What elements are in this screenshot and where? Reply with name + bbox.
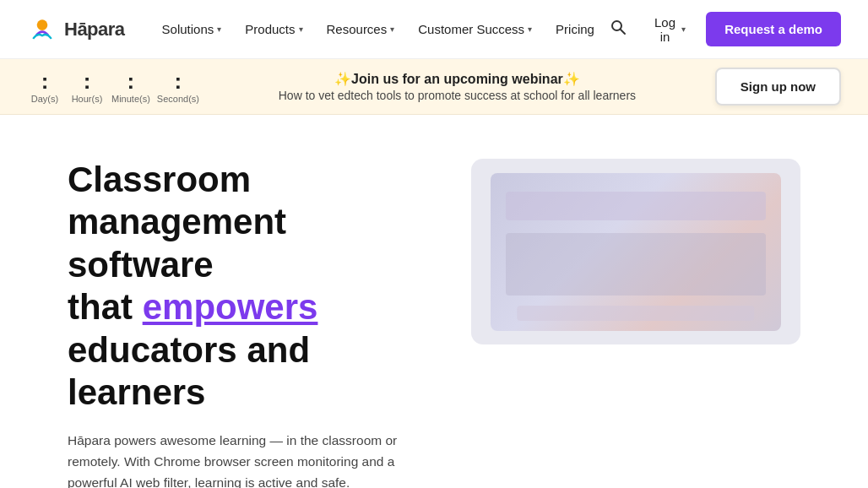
- logo-text: Hāpara: [64, 19, 125, 41]
- countdown-timer: : Day(s) : Hour(s) : Minute(s) : Second(…: [27, 70, 199, 104]
- nav-item-solutions[interactable]: Solutions ▾: [152, 15, 232, 43]
- search-icon: [610, 19, 627, 35]
- nav-links: Solutions ▾ Products ▾ Resources ▾ Custo…: [152, 15, 605, 43]
- sign-up-button[interactable]: Sign up now: [715, 68, 841, 106]
- nav-item-customer-success[interactable]: Customer Success ▾: [408, 15, 542, 43]
- hero-description: Hāpara powers awesome learning — in the …: [68, 431, 420, 488]
- login-button[interactable]: Log in ▾: [642, 8, 696, 51]
- chevron-down-icon: ▾: [681, 24, 686, 34]
- svg-line-2: [621, 30, 625, 34]
- screenshot-bottom-bar: [517, 306, 754, 322]
- countdown-hours: : Hour(s): [69, 70, 105, 104]
- nav-right: Log in ▾ Request a demo: [605, 8, 841, 51]
- chevron-down-icon: ▾: [217, 24, 221, 34]
- logo-icon: [27, 14, 57, 45]
- search-button[interactable]: [605, 14, 632, 45]
- countdown-days: : Day(s): [27, 70, 62, 104]
- chevron-down-icon: ▾: [390, 24, 394, 34]
- main-nav: Hāpara Solutions ▾ Products ▾ Resources …: [0, 0, 868, 59]
- nav-item-pricing[interactable]: Pricing: [545, 15, 605, 43]
- hero-section: Classroom management software that empow…: [0, 115, 868, 488]
- webinar-title: ✨Join us for an upcoming webinar✨: [199, 71, 715, 87]
- hero-left-content: Classroom management software that empow…: [68, 159, 420, 488]
- webinar-info: ✨Join us for an upcoming webinar✨ How to…: [199, 71, 715, 102]
- request-demo-button[interactable]: Request a demo: [706, 12, 841, 46]
- screenshot-content: [491, 173, 780, 331]
- webinar-banner: : Day(s) : Hour(s) : Minute(s) : Second(…: [0, 59, 868, 115]
- hero-screenshot: [471, 159, 800, 344]
- hero-title: Classroom management software that empow…: [68, 159, 420, 414]
- chevron-down-icon: ▾: [528, 24, 532, 34]
- logo-link[interactable]: Hāpara: [27, 14, 125, 45]
- nav-item-resources[interactable]: Resources ▾: [317, 15, 405, 43]
- countdown-seconds: : Second(s): [157, 70, 199, 104]
- hero-image-area: [471, 159, 800, 344]
- countdown-minutes: : Minute(s): [111, 70, 150, 104]
- nav-item-products[interactable]: Products ▾: [235, 15, 312, 43]
- webinar-subtitle: How to vet edtech tools to promote succe…: [199, 89, 715, 102]
- svg-point-0: [37, 19, 48, 30]
- chevron-down-icon: ▾: [299, 24, 303, 34]
